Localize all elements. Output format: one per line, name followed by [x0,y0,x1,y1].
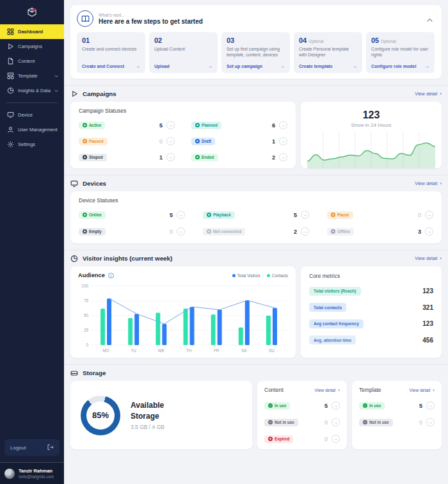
insights-view-detail-link[interactable]: View detail› [415,255,442,261]
sidebar-item-user-management[interactable]: User Management [0,122,64,137]
status-arrow-button[interactable]: → [279,137,287,145]
step-card-5[interactable]: 05Optional Configure role model for user… [366,32,435,73]
status-row-not-in-use: Not in use 0 → [359,418,435,426]
step-card-3[interactable]: 03 Set up first campaign using template,… [221,32,290,73]
status-arrow-button[interactable]: → [177,211,185,219]
status-arrow-button[interactable]: → [166,153,175,161]
metric-value: 123 [422,287,433,294]
status-arrow-button[interactable]: → [332,401,340,410]
metric-label: Avg contact frequency [309,319,364,328]
template-view-detail-link[interactable]: View detail› [410,387,435,393]
whats-next-eyebrow: What's next... [99,13,203,17]
status-arrow-button[interactable]: → [166,137,175,145]
content-view-detail-link[interactable]: View detail› [315,387,340,393]
sidebar-item-insights-data[interactable]: Insights & Data [0,83,64,98]
sidebar-item-label: Insights & Data [18,88,51,93]
status-row-not-connected: Not connected 2 → [203,227,309,236]
status-arrow-button[interactable]: → [426,418,435,426]
status-dot-icon [268,437,273,441]
status-arrow-button[interactable]: → [332,435,340,443]
logout-button[interactable]: Logout [4,439,60,456]
sidebar-item-content[interactable]: Content [0,54,64,69]
step-number: 02 [154,36,162,44]
step-link[interactable]: Configure role model [371,64,416,69]
status-dot-icon [331,213,335,217]
campaigns-view-detail-link[interactable]: View detail› [415,91,442,97]
status-arrow-button[interactable]: → [166,121,175,129]
step-card-2[interactable]: 02 Upload Content Upload→ [149,32,218,73]
sidebar-item-settings[interactable]: Settings [0,137,64,152]
status-arrow-button[interactable]: → [426,401,435,410]
available-storage-title: Available Storage [131,400,191,421]
legend-contacts: Contacts [267,273,288,278]
app-logo[interactable] [0,0,64,24]
storage-section: Storage 85% Available Storage 3.5 GB / 4… [64,364,448,449]
steps-row: 01 Create and connect devices Create and… [77,32,435,73]
status-row-offline: Offline 3 → [327,227,433,236]
status-dot-icon [268,420,273,424]
status-arrow-button[interactable]: → [301,227,309,236]
available-storage-card: 85% Available Storage 3.5 GB / 4 GB [70,381,252,449]
svg-text:TU: TU [131,348,137,353]
status-dot-icon [83,155,87,159]
status-row-not-in-use: Not in use 0 → [264,418,340,426]
sidebar-item-label: Settings [18,141,35,147]
step-description: Upload Content [154,46,212,60]
legend-total-visitors: Total Visitors [232,273,260,278]
status-arrow-button[interactable]: → [301,211,309,219]
play-icon [7,43,14,50]
status-dot-icon [83,229,87,234]
status-row-in-use: In use 5 → [264,401,340,410]
sidebar-item-device[interactable]: Device [0,108,64,122]
status-count: 5 [324,403,328,409]
status-dot-icon [331,229,335,234]
chevron-right-icon: › [440,91,442,97]
status-dot-icon [363,420,367,424]
status-arrow-button[interactable]: → [279,153,287,161]
svg-text:SU: SU [269,348,275,353]
step-link[interactable]: Create template [299,64,333,69]
sidebar-item-campaigns[interactable]: Campaigns [0,39,64,54]
card-title: Content [264,387,284,393]
status-badge-stoped: Stoped [79,154,107,161]
user-email: hello@tailgrids.com [19,474,54,479]
sidebar-item-dashboard[interactable]: Dashboard [0,24,64,39]
status-count: 0 [419,419,422,426]
sidebar-item-template[interactable]: Template [0,69,64,83]
metric-row-total-contacts: Total contacts 321 [309,303,433,312]
status-arrow-button[interactable]: → [425,211,433,219]
step-card-4[interactable]: 04Optional Create Personal template with… [294,32,362,73]
status-badge-offline: Offline [327,228,354,236]
info-icon[interactable] [108,273,114,278]
step-link[interactable]: Upload [154,64,170,69]
campaigns-section: Campaigns View detail› Campaign Statuses… [64,85,448,168]
status-arrow-button[interactable]: → [177,227,185,236]
user-profile[interactable]: Tanzir Rahman hello@tailgrids.com [0,462,64,484]
sidebar-item-label: Dashboard [18,29,43,35]
status-count: 5 [159,122,163,129]
status-dot-icon [268,403,273,408]
metric-label: Total visitors (Reach) [309,287,361,296]
status-arrow-button[interactable]: → [332,418,340,426]
step-link[interactable]: Create and Connect [82,64,124,69]
collapse-chevron-up-icon[interactable] [427,14,433,24]
legend-dot [267,274,270,277]
status-badge-active: Active [79,122,105,129]
devices-view-detail-link[interactable]: View detail› [415,181,442,186]
step-description: Set up first campaign using template, co… [227,46,285,60]
step-number: 04 [299,36,307,44]
status-arrow-button[interactable]: → [279,121,287,129]
metric-value: 456 [422,337,433,344]
step-number: 03 [227,36,234,44]
step-link[interactable]: Set up campaign [227,64,262,69]
campaign-24h-card: 123 Show in 24 Hours [301,102,442,168]
status-arrow-button[interactable]: → [425,227,433,236]
status-dot-icon [83,139,87,143]
status-count: 2 [272,154,275,161]
section-title: Visitor insights (current week) [83,255,172,262]
audience-title: Audience [78,272,105,278]
status-dot-icon [207,213,211,217]
card-title: Core metrics [309,273,433,279]
step-card-1[interactable]: 01 Create and connect devices Create and… [77,32,145,73]
step-description: Configure role model for user rights [371,46,429,60]
